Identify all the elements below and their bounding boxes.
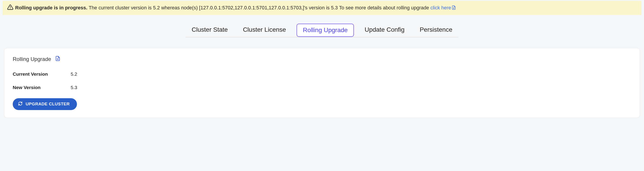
current-version-label: Current Version <box>13 71 71 77</box>
alert-link[interactable]: click here <box>430 5 456 11</box>
alert-body-text: The current cluster version is 5.2 where… <box>88 5 430 11</box>
tab-cluster-state[interactable]: Cluster State <box>187 23 232 37</box>
rolling-upgrade-panel: Rolling Upgrade Current Version 5.2 New … <box>4 48 640 118</box>
new-version-row: New Version 5.3 <box>13 85 631 90</box>
new-version-label: New Version <box>13 85 71 90</box>
current-version-value: 5.2 <box>71 71 77 77</box>
tabs-container: Cluster State Cluster License Rolling Up… <box>0 23 644 37</box>
alert-bold-text: Rolling upgrade is in progress. <box>15 5 88 11</box>
tab-update-config[interactable]: Update Config <box>360 23 409 37</box>
document-icon <box>452 5 456 12</box>
tab-rolling-upgrade[interactable]: Rolling Upgrade <box>296 24 354 37</box>
upgrade-cluster-button[interactable]: UPGRADE CLUSTER <box>13 98 77 110</box>
refresh-icon <box>18 101 22 107</box>
alert-banner: Rolling upgrade is in progress. The curr… <box>3 1 641 15</box>
tab-cluster-license[interactable]: Cluster License <box>238 23 290 37</box>
panel-header: Rolling Upgrade <box>13 56 631 63</box>
upgrade-button-label: UPGRADE CLUSTER <box>26 102 70 106</box>
panel-title: Rolling Upgrade <box>13 56 51 62</box>
alert-link-text: click here <box>430 5 451 11</box>
tabs: Cluster State Cluster License Rolling Up… <box>186 23 459 37</box>
warning-icon <box>7 4 14 12</box>
current-version-row: Current Version 5.2 <box>13 71 631 77</box>
document-icon[interactable] <box>55 56 60 63</box>
new-version-value: 5.3 <box>71 85 77 90</box>
tab-persistence[interactable]: Persistence <box>415 23 457 37</box>
